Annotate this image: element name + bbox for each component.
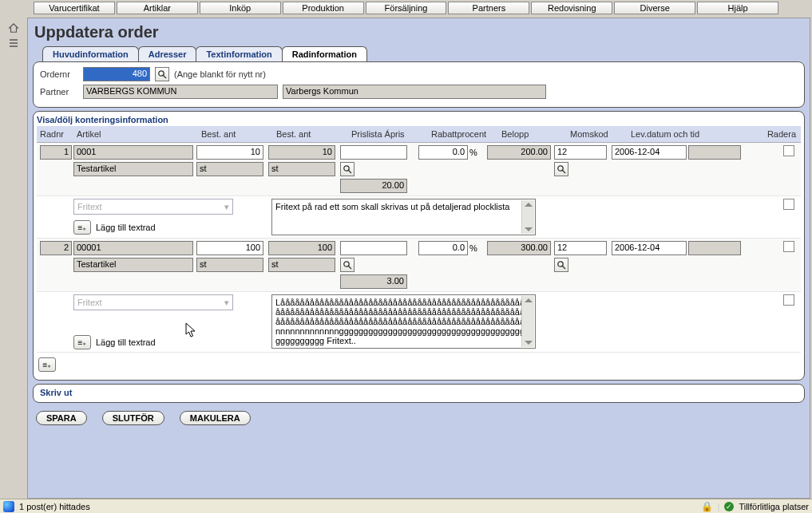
best-ant2-input: 10 [268,145,335,160]
scrollbar[interactable] [521,200,534,234]
partner-name-input: Varbergs Kommun [283,85,546,99]
menu-partners[interactable]: Partners [448,2,529,14]
col-momskod: Momskod [568,129,629,139]
svg-line-9 [563,266,566,270]
tab-adresser[interactable]: Adresser [138,46,197,61]
momskod-input[interactable]: 12 [554,241,607,255]
status-bar: 1 post(er) hittades 🔒 | ✓ Tillförlitliga… [0,499,812,513]
momskod-lookup-icon[interactable] [554,162,568,176]
menu-forsaljning[interactable]: Försäljning [366,2,447,14]
print-section-title[interactable]: Skriv ut [40,388,798,397]
fritext-select[interactable]: Fritext ▾ [73,294,233,310]
action-bar: SPARA SLUTFÖR MAKULERA [33,406,805,430]
prislista-input[interactable] [340,241,407,255]
prislista-lookup-icon[interactable] [340,258,355,272]
fritext-textarea[interactable]: Fritext på rad ett som skall skrivas ut … [271,199,536,235]
radera-checkbox[interactable] [783,241,794,252]
spara-button[interactable]: SPARA [36,411,87,425]
grid-header: Radnr Artikel Best. ant Best. ant Prisli… [37,126,801,143]
menu-diverse[interactable]: Diverse [614,2,695,14]
ordernr-hint: (Ange blankt för nytt nr) [174,69,266,79]
col-radnr: Radnr [38,129,75,139]
fritext-textarea[interactable]: Lååååååååååååååååååååååååååååååååååååååå… [271,294,536,349]
zone-text: Tillförlitliga platser [739,502,809,511]
list-icon[interactable] [7,38,20,51]
ordernr-input[interactable]: 480 [83,67,150,81]
grid-row-fritext: Fritext ▾ ≡₊ Lägg till textrad Låååååååå… [37,292,801,353]
best-ant1-input[interactable]: 10 [196,145,263,160]
radera-fritext-checkbox[interactable] [783,294,794,306]
add-row-button[interactable]: ≡₊ [38,357,56,372]
levtid-input[interactable] [688,241,741,255]
levtid-input[interactable] [688,145,741,160]
svg-point-4 [558,166,563,171]
main-menu: Varucertifikat Artiklar Inköp Produktion… [0,0,812,16]
svg-line-3 [349,171,352,174]
fritext-content: Fritext på rad ett som skall skrivas ut … [275,202,509,211]
best-ant1-input[interactable]: 100 [196,241,263,255]
grid-row: 1 0001 Testartikel 10 st 10 st 20.00 [37,143,801,196]
tab-textinformation[interactable]: Textinformation [196,46,282,61]
prislista-input[interactable] [340,145,407,160]
fritext-select[interactable]: Fritext ▾ [73,199,233,215]
rabatt-input[interactable]: 0.0 [418,145,468,160]
makulera-button[interactable]: MAKULERA [180,411,251,425]
ordernr-label: Ordernr [40,69,78,79]
apris-input: 20.00 [340,179,407,193]
row-nr: 1 [40,145,72,160]
order-header-panel: Ordernr 480 (Ange blankt för nytt nr) Pa… [33,61,805,108]
momskod-input[interactable]: 12 [554,145,607,160]
apris-input: 3.00 [340,274,407,289]
home-icon[interactable] [7,22,20,35]
col-bestant1: Best. ant [200,129,275,139]
menu-hjalp[interactable]: Hjälp [697,2,778,14]
levdatum-input[interactable]: 2006-12-04 [612,241,687,255]
print-panel: Skriv ut [33,384,805,403]
belopp-input: 300.00 [487,241,551,255]
tab-radinformation[interactable]: Radinformation [282,46,367,61]
belopp-input: 200.00 [487,145,551,160]
col-prislista: Prislista Ápris [350,129,430,139]
grid-row: 2 00001 Testartikel 100 st 100 st 3.00 [37,239,801,292]
ie-icon [3,501,14,512]
rabatt-input[interactable]: 0.0 [418,241,468,255]
partner-label: Partner [40,87,78,97]
partner-code-input[interactable]: VARBERGS KOMMUN [83,85,278,99]
grid-panel: Visa/dölj konteringsinformation Radnr Ar… [33,111,805,381]
menu-redovisning[interactable]: Redovisning [531,2,612,14]
col-rabatt: Rabattprocent [430,129,500,139]
menu-inkop[interactable]: Inköp [200,2,281,14]
ordernr-lookup-icon[interactable] [155,67,169,81]
kontering-toggle[interactable]: Visa/dölj konteringsinformation [37,115,801,124]
add-textline-button[interactable]: ≡₊ [73,220,91,235]
lock-icon: 🔒 [701,501,713,512]
artikel-code-input[interactable]: 00001 [73,241,193,255]
add-textline-label: Lägg till textrad [96,337,156,347]
menu-produktion[interactable]: Produktion [283,2,364,14]
radera-checkbox[interactable] [783,145,794,156]
unit2-input: st [268,258,335,272]
svg-point-2 [344,166,349,171]
col-radera: Radera [762,129,799,139]
radera-fritext-checkbox[interactable] [783,199,794,210]
slutfor-button[interactable]: SLUTFÖR [102,411,164,425]
momskod-lookup-icon[interactable] [554,258,568,272]
scrollbar[interactable] [521,296,534,347]
menu-varucertifikat[interactable]: Varucertifikat [34,2,115,14]
artikel-code-input[interactable]: 0001 [73,145,193,160]
grid-row-fritext: Fritext ▾ ≡₊ Lägg till textrad Fritext p… [37,196,801,239]
add-textline-button[interactable]: ≡₊ [73,335,91,349]
prislista-lookup-icon[interactable] [340,162,355,176]
best-ant2-input: 100 [268,241,335,255]
sidebar [0,16,27,499]
col-belopp: Belopp [500,129,568,139]
menu-artiklar[interactable]: Artiklar [117,2,198,14]
add-textline-label: Lägg till textrad [96,223,156,232]
tab-huvudinformation[interactable]: Huvudinformation [42,46,139,61]
chevron-down-icon: ▾ [224,298,229,308]
unit1-input: st [196,162,263,176]
svg-point-6 [344,262,349,266]
levdatum-input[interactable]: 2006-12-04 [612,145,687,160]
unit1-input: st [196,258,263,272]
svg-line-5 [563,171,566,174]
